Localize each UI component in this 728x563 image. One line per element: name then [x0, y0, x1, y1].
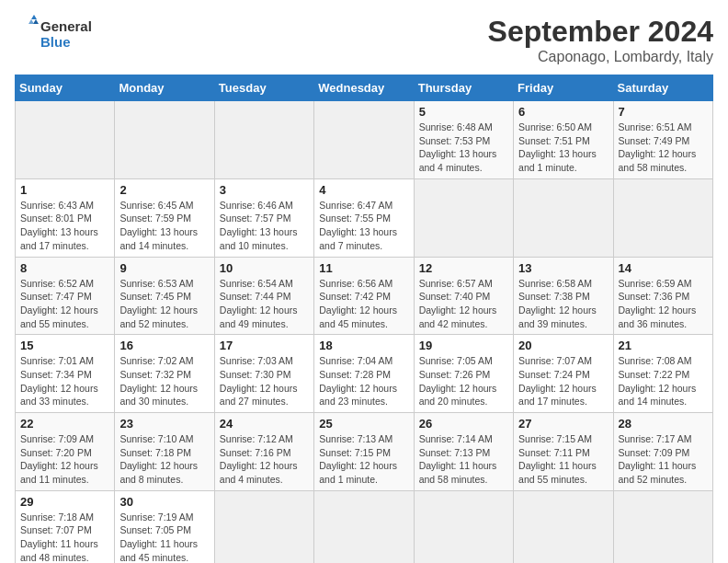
day-number: 29 — [20, 495, 109, 509]
calendar-cell: 26Sunrise: 7:14 AMSunset: 7:13 PMDayligh… — [414, 413, 513, 491]
day-number: 12 — [419, 261, 508, 275]
day-info: Sunrise: 6:51 AMSunset: 7:49 PMDaylight:… — [619, 121, 708, 175]
calendar-cell: 18Sunrise: 7:04 AMSunset: 7:28 PMDayligh… — [314, 335, 414, 413]
day-info: Sunrise: 6:48 AMSunset: 7:53 PMDaylight:… — [419, 121, 508, 175]
day-number: 16 — [119, 339, 209, 352]
calendar-cell — [16, 101, 115, 179]
day-number: 22 — [20, 417, 109, 431]
day-header-thursday: Thursday — [414, 75, 513, 101]
page-header: General Blue September 2024 Caponago, Lo… — [15, 15, 713, 65]
day-info: Sunrise: 6:47 AMSunset: 7:55 PMDaylight:… — [319, 199, 408, 253]
day-info: Sunrise: 7:03 AMSunset: 7:30 PMDaylight:… — [220, 354, 309, 408]
day-info: Sunrise: 6:43 AMSunset: 8:01 PMDaylight:… — [20, 199, 109, 253]
day-info: Sunrise: 6:53 AMSunset: 7:45 PMDaylight:… — [119, 277, 209, 331]
calendar-cell: 2Sunrise: 6:45 AMSunset: 7:59 PMDaylight… — [115, 178, 214, 257]
calendar-cell: 20Sunrise: 7:07 AMSunset: 7:24 PMDayligh… — [514, 335, 613, 413]
logo: General Blue — [15, 15, 97, 56]
day-info: Sunrise: 7:01 AMSunset: 7:34 PMDaylight:… — [20, 354, 109, 408]
calendar-cell: 17Sunrise: 7:03 AMSunset: 7:30 PMDayligh… — [214, 335, 313, 413]
calendar-week-row: 8Sunrise: 6:52 AMSunset: 7:47 PMDaylight… — [16, 257, 713, 335]
calendar-cell: 19Sunrise: 7:05 AMSunset: 7:26 PMDayligh… — [414, 335, 513, 413]
svg-marker-2 — [31, 15, 37, 19]
calendar-cell: 7Sunrise: 6:51 AMSunset: 7:49 PMDaylight… — [613, 101, 712, 179]
calendar-cell: 29Sunrise: 7:18 AMSunset: 7:07 PMDayligh… — [16, 490, 115, 563]
calendar-cell: 23Sunrise: 7:10 AMSunset: 7:18 PMDayligh… — [115, 413, 214, 491]
day-header-saturday: Saturday — [613, 75, 712, 101]
calendar-cell — [214, 490, 313, 563]
day-info: Sunrise: 6:54 AMSunset: 7:44 PMDaylight:… — [220, 277, 309, 331]
calendar-body: 5Sunrise: 6:48 AMSunset: 7:53 PMDaylight… — [16, 101, 713, 564]
calendar-cell — [414, 178, 513, 257]
day-number: 30 — [119, 495, 209, 509]
calendar-cell: 27Sunrise: 7:15 AMSunset: 7:11 PMDayligh… — [514, 413, 613, 491]
day-number: 10 — [220, 261, 309, 275]
day-info: Sunrise: 7:14 AMSunset: 7:13 PMDaylight:… — [419, 432, 508, 487]
day-header-sunday: Sunday — [16, 75, 115, 101]
day-number: 15 — [20, 339, 109, 352]
day-info: Sunrise: 7:07 AMSunset: 7:24 PMDaylight:… — [518, 354, 608, 408]
location: Caponago, Lombardy, Italy — [488, 49, 713, 65]
calendar-cell: 21Sunrise: 7:08 AMSunset: 7:22 PMDayligh… — [613, 335, 712, 413]
day-number: 11 — [319, 261, 408, 275]
calendar-cell: 4Sunrise: 6:47 AMSunset: 7:55 PMDaylight… — [314, 178, 414, 257]
calendar-cell: 10Sunrise: 6:54 AMSunset: 7:44 PMDayligh… — [214, 257, 313, 335]
day-number: 13 — [518, 261, 608, 275]
day-info: Sunrise: 7:05 AMSunset: 7:26 PMDaylight:… — [419, 354, 508, 408]
calendar-cell: 5Sunrise: 6:48 AMSunset: 7:53 PMDaylight… — [414, 101, 513, 179]
day-info: Sunrise: 7:09 AMSunset: 7:20 PMDaylight:… — [20, 432, 109, 487]
day-header-tuesday: Tuesday — [214, 75, 313, 101]
svg-marker-4 — [28, 19, 34, 24]
day-info: Sunrise: 7:10 AMSunset: 7:18 PMDaylight:… — [119, 432, 209, 487]
calendar-cell: 28Sunrise: 7:17 AMSunset: 7:09 PMDayligh… — [613, 413, 712, 491]
calendar-cell — [613, 490, 712, 563]
calendar-week-row: 29Sunrise: 7:18 AMSunset: 7:07 PMDayligh… — [16, 490, 713, 563]
calendar-cell: 30Sunrise: 7:19 AMSunset: 7:05 PMDayligh… — [115, 490, 214, 563]
svg-text:General: General — [40, 18, 92, 34]
svg-text:Blue: Blue — [40, 34, 71, 50]
calendar-week-row: 22Sunrise: 7:09 AMSunset: 7:20 PMDayligh… — [16, 413, 713, 491]
day-number: 8 — [20, 261, 109, 275]
calendar-cell — [115, 101, 214, 179]
calendar-week-row: 5Sunrise: 6:48 AMSunset: 7:53 PMDaylight… — [16, 101, 713, 179]
calendar-week-row: 1Sunrise: 6:43 AMSunset: 8:01 PMDaylight… — [16, 178, 713, 257]
day-number: 21 — [619, 339, 708, 352]
day-number: 7 — [619, 105, 708, 119]
day-number: 9 — [119, 261, 209, 275]
day-header-friday: Friday — [514, 75, 613, 101]
calendar-week-row: 15Sunrise: 7:01 AMSunset: 7:34 PMDayligh… — [16, 335, 713, 413]
day-number: 3 — [220, 183, 309, 197]
day-info: Sunrise: 7:13 AMSunset: 7:15 PMDaylight:… — [319, 432, 408, 487]
calendar-cell: 24Sunrise: 7:12 AMSunset: 7:16 PMDayligh… — [214, 413, 313, 491]
calendar-cell — [613, 178, 712, 257]
day-number: 6 — [518, 105, 608, 119]
calendar-cell: 16Sunrise: 7:02 AMSunset: 7:32 PMDayligh… — [115, 335, 214, 413]
day-number: 1 — [20, 183, 109, 197]
calendar-cell: 25Sunrise: 7:13 AMSunset: 7:15 PMDayligh… — [314, 413, 414, 491]
logo-svg: General Blue — [15, 15, 97, 56]
day-info: Sunrise: 7:02 AMSunset: 7:32 PMDaylight:… — [119, 354, 209, 408]
day-number: 5 — [419, 105, 508, 119]
calendar-cell — [514, 178, 613, 257]
day-number: 25 — [319, 417, 408, 431]
day-number: 23 — [119, 417, 209, 431]
day-info: Sunrise: 6:50 AMSunset: 7:51 PMDaylight:… — [518, 121, 608, 175]
calendar-cell: 11Sunrise: 6:56 AMSunset: 7:42 PMDayligh… — [314, 257, 414, 335]
calendar-cell — [314, 101, 414, 179]
day-number: 17 — [220, 339, 309, 352]
day-number: 28 — [619, 417, 708, 431]
day-number: 4 — [319, 183, 408, 197]
day-number: 26 — [419, 417, 508, 431]
day-number: 20 — [518, 339, 608, 352]
day-info: Sunrise: 7:15 AMSunset: 7:11 PMDaylight:… — [518, 432, 608, 487]
title-block: September 2024 Caponago, Lombardy, Italy — [488, 15, 713, 65]
calendar-cell: 6Sunrise: 6:50 AMSunset: 7:51 PMDaylight… — [514, 101, 613, 179]
calendar-cell: 12Sunrise: 6:57 AMSunset: 7:40 PMDayligh… — [414, 257, 513, 335]
day-info: Sunrise: 6:58 AMSunset: 7:38 PMDaylight:… — [518, 277, 608, 331]
calendar-cell: 8Sunrise: 6:52 AMSunset: 7:47 PMDaylight… — [16, 257, 115, 335]
day-info: Sunrise: 6:56 AMSunset: 7:42 PMDaylight:… — [319, 277, 408, 331]
day-number: 14 — [619, 261, 708, 275]
calendar-header-row: SundayMondayTuesdayWednesdayThursdayFrid… — [16, 75, 713, 101]
calendar-cell: 22Sunrise: 7:09 AMSunset: 7:20 PMDayligh… — [16, 413, 115, 491]
day-info: Sunrise: 6:52 AMSunset: 7:47 PMDaylight:… — [20, 277, 109, 331]
day-info: Sunrise: 6:59 AMSunset: 7:36 PMDaylight:… — [619, 277, 708, 331]
